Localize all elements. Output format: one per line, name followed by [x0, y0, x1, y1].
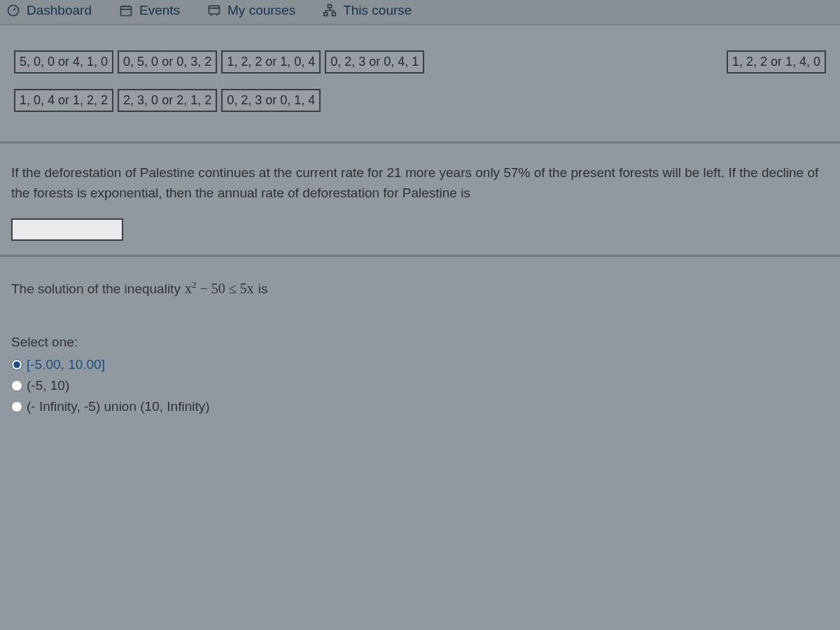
answer-input[interactable] — [11, 218, 123, 241]
nav-label: Events — [139, 3, 180, 18]
question-text: If the deforestation of Palestine contin… — [11, 163, 829, 203]
nav-this-course[interactable]: This course — [322, 3, 412, 18]
inequality-math: x2 − 50 ≤ 5x — [185, 279, 254, 297]
question-deforestation: If the deforestation of Palestine contin… — [0, 144, 840, 257]
courses-icon — [206, 3, 222, 18]
svg-rect-4 — [324, 13, 328, 15]
prompt-suffix: is — [258, 281, 268, 297]
sitemap-icon — [322, 3, 337, 18]
svg-rect-3 — [328, 5, 332, 8]
radio-a[interactable] — [11, 359, 22, 370]
option-c[interactable]: (- Infinity, -5) union (10, Infinity) — [11, 399, 829, 414]
nav-label: Dashboard — [27, 3, 92, 18]
option-b[interactable]: (-5, 10) — [11, 378, 829, 393]
radio-c[interactable] — [11, 401, 22, 412]
option-label: (- Infinity, -5) union (10, Infinity) — [27, 399, 210, 414]
dashboard-icon — [6, 3, 21, 18]
chips-row-1: 5, 0, 0 or 4, 1, 0 0, 5, 0 or 0, 3, 2 1,… — [14, 50, 826, 74]
nav-my-courses[interactable]: My courses — [206, 3, 295, 18]
drag-chip[interactable]: 5, 0, 0 or 4, 1, 0 — [14, 50, 113, 74]
options-list: [-5.00, 10.00] (-5, 10) (- Infinity, -5)… — [11, 357, 829, 414]
drag-chip[interactable]: 0, 2, 3 or 0, 1, 4 — [221, 89, 321, 112]
calendar-icon — [118, 3, 134, 18]
inequality-prompt: The solution of the inequality x2 − 50 ≤… — [11, 279, 829, 297]
drag-chip[interactable]: 0, 5, 0 or 0, 3, 2 — [118, 50, 217, 74]
option-label: (-5, 10) — [27, 378, 69, 393]
svg-rect-5 — [332, 13, 336, 15]
nav-label: This course — [343, 3, 412, 18]
chips-row-2: 1, 0, 4 or 1, 2, 2 2, 3, 0 or 2, 1, 2 0,… — [14, 89, 826, 112]
nav-dashboard[interactable]: Dashboard — [6, 3, 92, 18]
drag-chips-area: 5, 0, 0 or 4, 1, 0 0, 5, 0 or 0, 3, 2 1,… — [0, 25, 840, 144]
drag-chip[interactable]: 1, 2, 2 or 1, 0, 4 — [221, 50, 321, 74]
drag-chip[interactable]: 0, 2, 3 or 0, 4, 1 — [325, 50, 424, 74]
prompt-prefix: The solution of the inequality — [11, 281, 181, 297]
drag-chip[interactable]: 1, 0, 4 or 1, 2, 2 — [14, 89, 113, 112]
svg-rect-2 — [209, 6, 220, 14]
svg-rect-1 — [120, 6, 131, 15]
question-inequality: The solution of the inequality x2 − 50 ≤… — [0, 257, 840, 434]
drag-chip[interactable]: 2, 3, 0 or 2, 1, 2 — [118, 89, 217, 112]
option-a[interactable]: [-5.00, 10.00] — [11, 357, 829, 372]
select-one-label: Select one: — [11, 335, 829, 350]
nav-events[interactable]: Events — [118, 3, 180, 18]
nav-label: My courses — [227, 3, 295, 18]
top-navbar: Dashboard Events My courses This course — [0, 0, 840, 25]
option-label: [-5.00, 10.00] — [27, 357, 105, 372]
drag-chip[interactable]: 1, 2, 2 or 1, 4, 0 — [727, 50, 826, 74]
radio-b[interactable] — [11, 380, 22, 391]
